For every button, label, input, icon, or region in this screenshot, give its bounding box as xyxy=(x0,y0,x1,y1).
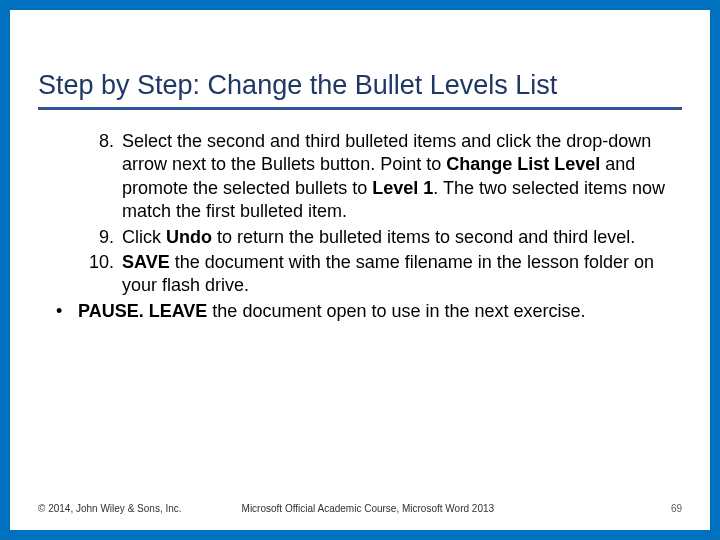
step-text: Click Undo to return the bulleted items … xyxy=(122,227,635,247)
bold-text: Level 1 xyxy=(372,178,433,198)
bold-text: Change List Level xyxy=(446,154,600,174)
copyright-text: © 2014, John Wiley & Sons, Inc. xyxy=(38,503,182,514)
page-number: 69 xyxy=(671,503,682,514)
course-text: Microsoft Official Academic Course, Micr… xyxy=(242,503,671,514)
bold-text: Undo xyxy=(166,227,212,247)
text: to return the bulleted items to second a… xyxy=(212,227,635,247)
bold-text: SAVE xyxy=(122,252,170,272)
step-number: 8. xyxy=(78,130,114,153)
step-number: 9. xyxy=(78,226,114,249)
footer: © 2014, John Wiley & Sons, Inc. Microsof… xyxy=(38,503,682,514)
slide-content: 8.Select the second and third bulleted i… xyxy=(38,130,682,323)
pause-list: PAUSE. LEAVE the document open to use in… xyxy=(38,300,682,323)
text: the document open to use in the next exe… xyxy=(207,301,585,321)
text: the document with the same filename in t… xyxy=(122,252,654,295)
step-number: 10. xyxy=(78,251,114,274)
pause-item: PAUSE. LEAVE the document open to use in… xyxy=(56,300,682,323)
step-item: 10. SAVE the document with the same file… xyxy=(78,251,682,298)
step-text: Select the second and third bulleted ite… xyxy=(122,131,665,221)
step-text: SAVE the document with the same filename… xyxy=(122,252,654,295)
step-item: 8.Select the second and third bulleted i… xyxy=(78,130,682,224)
step-item: 9.Click Undo to return the bulleted item… xyxy=(78,226,682,249)
bold-text: PAUSE. LEAVE xyxy=(78,301,207,321)
numbered-steps: 8.Select the second and third bulleted i… xyxy=(38,130,682,298)
slide: Step by Step: Change the Bullet Levels L… xyxy=(10,10,710,530)
slide-title: Step by Step: Change the Bullet Levels L… xyxy=(38,70,682,110)
text: Click xyxy=(122,227,166,247)
